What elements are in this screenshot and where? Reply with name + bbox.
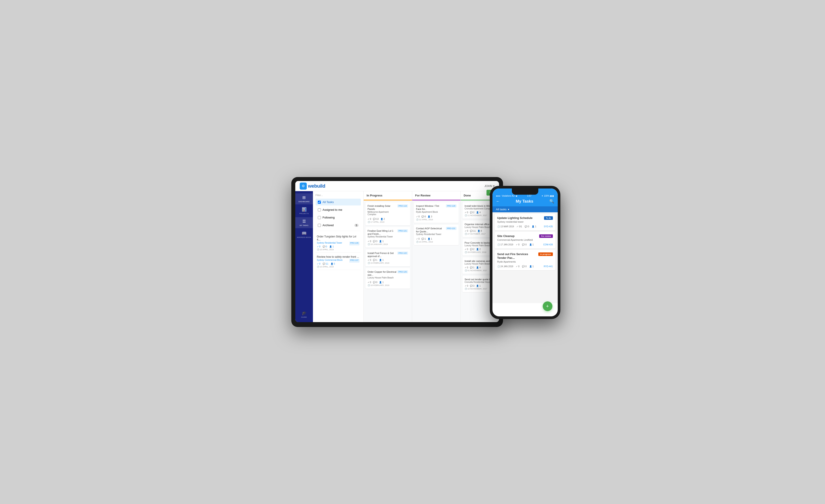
card-subtitle-1: Melbourne Apartment Complex <box>368 211 396 216</box>
phone-task-checks-2: ✓ 0 <box>516 243 519 246</box>
card-meta-6: ✓ 0 💬 1 👤 1 <box>416 238 456 240</box>
task-title-1: Order Tungsten Strip lights for Lvl 4... <box>317 235 360 241</box>
card-msgs-2: 💬 3 <box>373 240 377 243</box>
kanban-card-6[interactable]: Contact AGF Eelectrical for Quote... Syd… <box>414 225 459 245</box>
phone-task-3[interactable]: Send out Fire Services Tender Pac... Ryd… <box>495 250 555 270</box>
card-checks-3: ✓ 0 <box>368 259 371 261</box>
task-preview-1[interactable]: Order Tungsten Strip lights for Lvl 4...… <box>316 233 361 253</box>
phone-task-id-3: RYD-441 <box>544 265 553 268</box>
task-date-1: 🕐 10 APRIL, 2019 <box>317 248 360 251</box>
kanban-column-in-progress: In Progress Finish installing Solar Pane… <box>364 191 412 322</box>
sidebar-item-my-tasks[interactable]: ☰ MY TASKS <box>295 217 313 228</box>
sidebar-item-address-book[interactable]: 📖 ADDRESS BOOK <box>295 229 313 240</box>
filter-following-label: Following <box>323 216 335 219</box>
phone-filter-label: All tasks <box>496 208 507 211</box>
task-preview-2[interactable]: Review how to safely render front ... Sy… <box>316 254 361 270</box>
sidebar-item-dashboard[interactable]: ⊞ DASHBOARD <box>295 193 313 204</box>
filter-archived[interactable]: Archived 5 <box>316 222 361 229</box>
card-subtitle-4: Luxury House Palm Beach <box>368 276 396 279</box>
filter-assigned-checkbox[interactable] <box>318 208 321 212</box>
filter-assigned[interactable]: Assigned to me <box>316 206 361 213</box>
phone-task-footer-1: 🕐 13 MAR 2019 ✓ 0/1 💬 0 👤 1 SYD-435 <box>497 225 553 228</box>
col-header-in-progress: In Progress <box>364 191 412 200</box>
card-date-1: 🕐 17 APRIL, 2019 <box>368 221 408 223</box>
phone-back-icon[interactable]: ← <box>496 199 500 204</box>
card-subtitle-6: Sydney Residential Tower <box>416 233 445 236</box>
card-title-6: Contact AGF Eelectrical for Quote... <box>416 227 445 233</box>
sidebar-label-projects: PROJECTS <box>299 213 309 215</box>
filter-all-tasks[interactable]: All Tasks <box>316 199 361 205</box>
phone-fab[interactable]: + <box>543 302 552 311</box>
phone-task-date-3: 🕐 24 JAN 2019 <box>497 265 513 268</box>
phone-task-2[interactable]: Site Cleanup Commercial Apartments Lindf… <box>495 232 555 248</box>
phone-nav-bar: ← My Tasks 🔍 <box>493 197 558 206</box>
card-id-2: PRO-121 <box>397 229 408 232</box>
card-users-3: 👤 1 <box>379 259 383 261</box>
kanban-column-for-review: For Review Inspect Window / Tint Face fo… <box>412 191 461 322</box>
kanban-card-3[interactable]: Install Pool Fence & Get approval of... … <box>365 249 410 266</box>
phone-time: 1:57 <box>527 195 531 197</box>
filter-archived-label: Archived <box>323 224 334 227</box>
card-date-2: 🕐 18 JANUARY, 2019 <box>368 243 408 245</box>
phone-search-icon[interactable]: 🔍 <box>549 199 554 204</box>
phone: ●●●○ Vodafone AU ◀ 1:57 ✦ 100% ▮▮▮ ← My … <box>490 186 560 319</box>
kanban-card-4[interactable]: Order Copper for Electrical slot... Luxu… <box>365 268 410 289</box>
filter-label: Filter... <box>316 194 361 196</box>
task-users-1: 👤 1 <box>329 245 334 248</box>
card-checks-2: ✓ 0 <box>368 240 371 243</box>
card-date-6: 🕐 10 APRIL, 2019 <box>416 241 456 243</box>
task-users-2: 👤 5 <box>330 263 335 265</box>
kanban-cards-in-progress: Finish installing Solar Panels Melbourne… <box>364 200 412 322</box>
phone-task-id-1: SYD-435 <box>544 225 553 228</box>
card-meta-1: ✓ 0 💬 13 👤 2 <box>368 218 408 220</box>
phone-task-list: Update Lighting Schedule Sydney resident… <box>493 212 558 303</box>
filter-following-checkbox[interactable] <box>318 216 321 219</box>
phone-task-msgs-2: 💬 0 <box>522 243 526 246</box>
top-bar: ⚙ webuild JOHN ▾ <box>295 181 499 191</box>
sidebar-item-guide[interactable]: 🎓 GUIDE <box>295 309 313 320</box>
col-header-for-review: For Review <box>412 191 460 200</box>
kanban-card-5[interactable]: Inspect Window / Tint Face for.. Ryde Ap… <box>414 202 459 223</box>
phone-task-title-3: Send out Fire Services Tender Pac... <box>497 252 537 260</box>
card-meta-2: ✓ 0 💬 3 👤 1 <box>368 240 408 243</box>
user-menu[interactable]: JOHN ▾ <box>484 184 495 188</box>
phone-task-1[interactable]: Update Lighting Schedule Sydney resident… <box>495 214 555 230</box>
phone-task-status-2: For review <box>539 234 553 238</box>
filter-following[interactable]: Following <box>316 214 361 221</box>
task-id-2: PRO-137 <box>349 259 360 263</box>
phone-task-msgs-3: 💬 0 <box>522 265 526 268</box>
phone-filter-bar[interactable]: All tasks ▾ <box>493 206 558 212</box>
card-title-4: Order Copper for Electrical slot... <box>368 270 396 277</box>
card-msgs-6: 💬 1 <box>422 238 426 240</box>
card-id-3: PRO-122 <box>397 252 408 255</box>
logo: ⚙ webuild <box>300 182 325 190</box>
sidebar-item-projects[interactable]: 📊 PROJECTS <box>295 205 313 216</box>
phone-task-users-2: 👤 1 <box>529 243 534 246</box>
task-msgs-2: 💬 11 <box>323 263 328 265</box>
task-meta-2: ✓ 0 💬 11 👤 5 <box>317 263 360 265</box>
card-users-1: 👤 2 <box>380 218 385 220</box>
task-meta-1: ✓ 0 💬 0 👤 1 <box>317 245 360 248</box>
phone-notch <box>512 188 538 195</box>
kanban-card-2[interactable]: Finalise East Wing Lvl 1 and Finish... S… <box>365 227 410 248</box>
phone-battery: ✦ 100% ▮▮▮ <box>541 195 554 197</box>
filter-all-tasks-checkbox[interactable] <box>318 201 321 204</box>
address-book-icon: 📖 <box>302 231 307 236</box>
card-checks-1: ✓ 0 <box>368 218 371 220</box>
card-msgs-1: 💬 13 <box>373 218 379 220</box>
phone-task-date-2: 🕐 17 JAN 2019 <box>497 243 513 246</box>
filter-archived-badge: 5 <box>354 224 358 227</box>
card-users-2: 👤 1 <box>379 240 383 243</box>
my-tasks-icon: ☰ <box>302 219 306 224</box>
card-id-1: PRO-119 <box>397 204 408 207</box>
kanban-area: NEW + In Progress Finish installing Sola… <box>364 191 499 322</box>
filter-archived-checkbox[interactable] <box>318 224 321 227</box>
kanban-card-1[interactable]: Finish installing Solar Panels Melbourne… <box>365 202 410 225</box>
card-subtitle-5: Ryde Apartment Block <box>416 211 445 213</box>
dashboard-icon: ⊞ <box>302 195 306 200</box>
filter-panel: Filter... All Tasks Assigned to me Follo… <box>313 191 364 322</box>
phone-carrier: ●●●○ Vodafone AU ◀ <box>496 195 517 197</box>
phone-task-project-2: Commercial Apartments Lindfield <box>497 239 538 241</box>
card-title-3: Install Pool Fence & Get approval of... <box>368 252 396 258</box>
card-id-5: PRO-128 <box>446 204 456 207</box>
